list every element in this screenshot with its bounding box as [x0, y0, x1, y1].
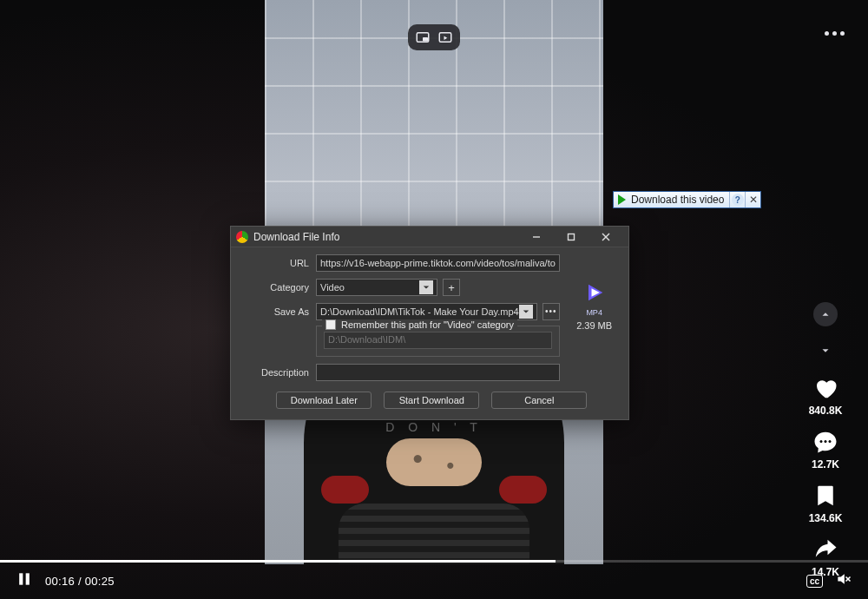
- time-display: 00:16 / 00:25: [45, 575, 115, 588]
- heart-icon: [812, 375, 838, 401]
- pause-icon: [16, 570, 33, 588]
- more-menu-button[interactable]: [821, 24, 847, 42]
- description-input[interactable]: [316, 364, 560, 381]
- remember-path-checkbox[interactable]: [326, 319, 336, 330]
- comment-count: 12.7K: [812, 458, 839, 471]
- close-icon: [602, 233, 610, 241]
- file-extension: MP4: [586, 308, 602, 317]
- mute-button[interactable]: [835, 570, 852, 591]
- remember-path-label: Remember this path for "Video" category: [341, 319, 514, 330]
- download-later-button[interactable]: Download Later: [276, 392, 372, 409]
- category-label: Category: [241, 282, 309, 293]
- bookmark-button[interactable]: 134.6K: [809, 483, 843, 524]
- comment-button[interactable]: 12.7K: [812, 429, 839, 471]
- maximize-icon: [567, 233, 575, 241]
- browse-button[interactable]: •••: [542, 303, 560, 320]
- idm-dialog: Download File Info URL MP4 2.39 MB Categ…: [230, 226, 629, 420]
- idm-app-icon: [236, 231, 248, 243]
- url-input[interactable]: [316, 254, 560, 272]
- idm-close-button[interactable]: ✕: [745, 192, 760, 207]
- chevron-down-icon: [819, 345, 832, 357]
- idm-download-bar-label: Download this video: [631, 194, 729, 206]
- category-value: Video: [320, 282, 345, 293]
- remember-path-group: Remember this path for "Video" category …: [316, 326, 560, 357]
- prev-video-button[interactable]: [813, 302, 838, 326]
- idm-download-bar[interactable]: Download this video ? ✕: [613, 191, 761, 208]
- repost-overlay-icon[interactable]: [437, 30, 453, 45]
- remember-path-field: D:\Download\IDM\: [324, 332, 552, 349]
- chevron-up-icon: [819, 308, 832, 320]
- like-count: 840.8K: [809, 405, 843, 417]
- player-controls: 00:16 / 00:25 cc: [0, 563, 868, 599]
- cancel-button[interactable]: Cancel: [491, 392, 587, 409]
- next-video-button[interactable]: [813, 339, 838, 363]
- file-play-icon: [582, 280, 607, 305]
- add-category-button[interactable]: +: [443, 279, 460, 296]
- window-close-button[interactable]: [589, 227, 623, 247]
- file-size: 2.39 MB: [576, 320, 612, 331]
- share-icon: [812, 536, 838, 563]
- svg-point-5: [829, 440, 832, 443]
- play-icon: [618, 194, 626, 205]
- bookmark-icon: [812, 483, 838, 509]
- volume-muted-icon: [835, 570, 852, 588]
- save-as-label: Save As: [241, 306, 309, 317]
- save-as-select[interactable]: D:\Download\IDM\TikTok - Make Your Day.m…: [316, 303, 537, 320]
- save-as-value: D:\Download\IDM\TikTok - Make Your Day.m…: [320, 306, 519, 317]
- url-label: URL: [241, 258, 309, 268]
- bookmark-count: 134.6K: [809, 512, 843, 524]
- svg-rect-6: [19, 573, 23, 584]
- video-overlay-pill: [408, 24, 460, 50]
- action-rail: 840.8K 12.7K 134.6K 14.7K: [804, 302, 847, 578]
- shirt-text: D O N ' T: [385, 420, 483, 434]
- start-download-button[interactable]: Start Download: [384, 392, 479, 409]
- minimize-icon: [532, 233, 541, 241]
- description-label: Description: [241, 367, 309, 378]
- window-maximize-button[interactable]: [554, 227, 589, 247]
- svg-point-3: [820, 440, 823, 443]
- svg-point-4: [825, 440, 827, 443]
- idm-help-button[interactable]: ?: [729, 192, 745, 207]
- dialog-titlebar[interactable]: Download File Info: [231, 227, 628, 247]
- captions-button[interactable]: cc: [806, 575, 823, 588]
- svg-rect-11: [569, 234, 575, 240]
- pause-button[interactable]: [16, 570, 33, 591]
- like-button[interactable]: 840.8K: [809, 375, 843, 417]
- chevron-down-icon: [419, 280, 433, 294]
- category-select[interactable]: Video: [316, 279, 437, 296]
- svg-rect-1: [423, 37, 428, 42]
- dialog-title: Download File Info: [253, 231, 519, 243]
- floating-window-icon[interactable]: [415, 30, 431, 45]
- comment-icon: [812, 429, 838, 455]
- file-info-panel: MP4 2.39 MB: [567, 280, 622, 331]
- chevron-down-icon: [519, 305, 533, 319]
- svg-rect-7: [26, 573, 30, 584]
- window-minimize-button[interactable]: [519, 227, 554, 247]
